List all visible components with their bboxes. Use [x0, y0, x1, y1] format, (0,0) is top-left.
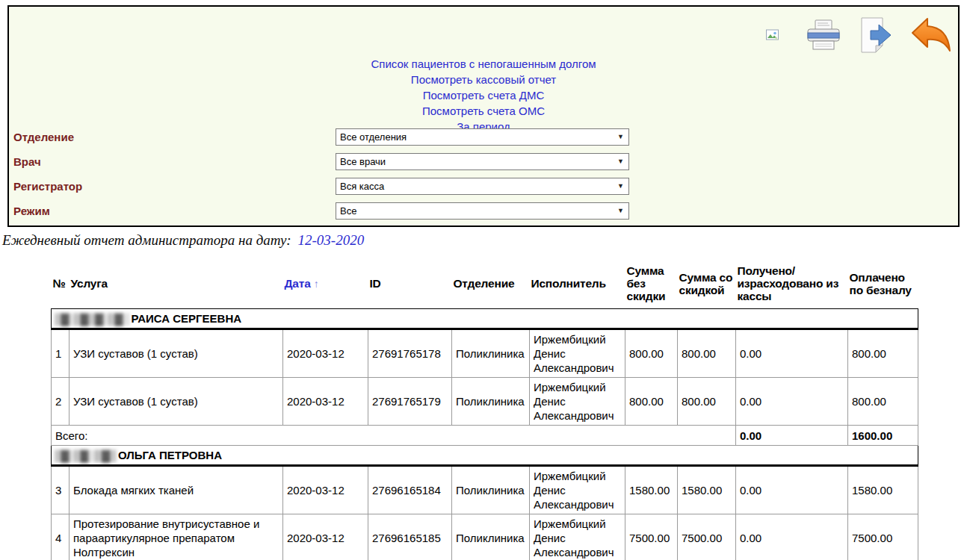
cell-cash: 0.00 — [736, 329, 848, 378]
export-image-icon[interactable] — [765, 28, 780, 42]
cell-sum-without-discount: 800.00 — [625, 378, 678, 426]
patient-group-row: ▒▓░▒▓ ▒▓░▒▓░ РАИСА СЕРГЕЕВНА — [52, 309, 918, 329]
export-document-icon[interactable] — [858, 17, 892, 53]
cell-num: 4 — [52, 514, 69, 560]
department-label: Отделение — [10, 131, 336, 143]
cell-cash: 0.00 — [736, 514, 848, 560]
quick-links: Список пациентов с непогашенным долгом П… — [9, 56, 958, 134]
cell-id: 27691765179 — [368, 378, 452, 426]
patient-name: РАИСА СЕРГЕЕВНА — [131, 312, 241, 325]
filters: Отделение Все отделения ▼ Врач Все врачи… — [10, 125, 957, 223]
cell-executor: Иржембицкий Денис Александрович — [530, 329, 625, 378]
registrar-select[interactable]: Вся касса ▼ — [336, 178, 629, 195]
cell-sum-without-discount: 1580.00 — [625, 466, 678, 514]
cell-sum-with-discount: 7500.00 — [678, 514, 736, 560]
print-icon[interactable] — [806, 19, 841, 51]
mode-label: Режим — [10, 205, 336, 217]
doctor-select-value: Все врачи — [340, 156, 386, 167]
cell-service: УЗИ суставов (1 сустав) — [69, 329, 283, 378]
col-header-date: Дата ↑ — [283, 263, 368, 309]
cell-id: 27696165184 — [368, 466, 452, 514]
cell-id: 27696165185 — [368, 514, 452, 560]
table-row: 2 УЗИ суставов (1 сустав) 2020-03-12 276… — [52, 378, 918, 426]
doctor-label: Врач — [10, 155, 336, 168]
chevron-down-icon: ▼ — [617, 183, 624, 190]
cell-id: 27691765178 — [368, 329, 452, 378]
registrar-select-value: Вся касса — [340, 181, 384, 192]
cell-cash: 0.00 — [736, 466, 848, 514]
registrar-label: Регистратор — [10, 180, 336, 193]
patient-name-redacted: ▒▓░▒▓ ░▒▓▒ — [55, 449, 115, 461]
sort-ascending-icon: ↑ — [314, 278, 319, 290]
col-header-paid-cashless: Оплачено по безналу — [848, 263, 918, 309]
cell-cashless: 800.00 — [848, 329, 918, 378]
back-icon[interactable] — [910, 16, 952, 54]
toolbar — [765, 14, 952, 56]
chevron-down-icon: ▼ — [617, 134, 624, 140]
total-cash: 0.00 — [736, 426, 848, 446]
col-header-id: ID — [368, 263, 452, 309]
total-label: Всего: — [52, 426, 736, 446]
chevron-down-icon: ▼ — [617, 208, 624, 214]
col-header-service: Услуга — [69, 263, 283, 309]
doctor-select[interactable]: Все врачи ▼ — [336, 153, 629, 170]
cell-service: УЗИ суставов (1 сустав) — [69, 378, 283, 426]
mode-select-value: Все — [340, 205, 356, 217]
col-header-cash-received: Получено/ израсходовано из кассы — [736, 263, 848, 309]
col-header-department: Отделение — [452, 263, 530, 309]
total-row: Всего: 0.00 1600.00 — [52, 426, 918, 446]
cell-department: Поликлиника — [452, 329, 530, 378]
table-row: 4 Протезирование внутрисуставное и параа… — [52, 514, 918, 560]
cell-date: 2020-03-12 — [283, 329, 368, 378]
link-dms-invoices[interactable]: Посмотреть счета ДМС — [9, 87, 958, 103]
link-debt-patients[interactable]: Список пациентов с непогашенным долгом — [9, 56, 958, 72]
chevron-down-icon: ▼ — [617, 158, 624, 165]
total-cashless: 1600.00 — [848, 426, 918, 446]
report-caption: Ежедневный отчет администратора на дату:… — [2, 232, 364, 249]
cell-sum-without-discount: 7500.00 — [625, 514, 678, 560]
cell-cashless: 7500.00 — [848, 514, 918, 560]
filter-row-registrar: Регистратор Вся касса ▼ — [10, 174, 957, 199]
patient-name-redacted: ▒▓░▒▓ ▒▓░▒▓░ — [55, 312, 128, 325]
filter-row-department: Отделение Все отделения ▼ — [10, 125, 957, 149]
patient-name: ОЛЬГА ПЕТРОВНА — [118, 449, 222, 461]
cell-cashless: 1580.00 — [848, 466, 918, 514]
cell-executor: Иржембицкий Денис Александрович — [530, 514, 625, 560]
mode-select[interactable]: Все ▼ — [336, 202, 629, 220]
report-table: № Услуга Дата ↑ ID Отделение Исполнитель… — [51, 263, 918, 560]
cell-num: 2 — [52, 378, 69, 426]
cell-department: Поликлиника — [452, 514, 530, 560]
link-cash-report[interactable]: Посмотреть кассовый отчет — [9, 72, 958, 87]
filter-row-mode: Режим Все ▼ — [10, 199, 957, 223]
department-select-value: Все отделения — [340, 131, 407, 143]
cell-cash: 0.00 — [736, 378, 848, 426]
cell-service: Протезирование внутрисуставное и параарт… — [69, 514, 283, 560]
col-header-sum-without-discount: Сумма без скидки — [625, 263, 678, 309]
report-date-link[interactable]: 12-03-2020 — [298, 232, 365, 248]
cell-num: 1 — [52, 329, 69, 378]
department-select[interactable]: Все отделения ▼ — [336, 128, 629, 146]
sort-by-date-link[interactable]: Дата — [285, 277, 311, 290]
col-header-num: № — [52, 263, 69, 309]
cell-sum-with-discount: 800.00 — [678, 378, 736, 426]
cell-num: 3 — [52, 466, 69, 514]
cell-date: 2020-03-12 — [283, 514, 368, 560]
col-header-sum-with-discount: Сумма со скидкой — [678, 263, 736, 309]
cell-department: Поликлиника — [452, 466, 530, 514]
filter-panel: Список пациентов с непогашенным долгом П… — [7, 5, 960, 227]
cell-sum-with-discount: 1580.00 — [678, 466, 736, 514]
filter-row-doctor: Врач Все врачи ▼ — [10, 149, 957, 174]
link-oms-invoices[interactable]: Посмотреть счета ОМС — [9, 103, 958, 119]
cell-sum-with-discount: 800.00 — [678, 329, 736, 378]
report-title: Ежедневный отчет администратора на дату: — [2, 232, 291, 248]
col-header-executor: Исполнитель — [530, 263, 625, 309]
cell-executor: Иржембицкий Денис Александрович — [530, 378, 625, 426]
cell-department: Поликлиника — [452, 378, 530, 426]
cell-cashless: 800.00 — [848, 378, 918, 426]
cell-date: 2020-03-12 — [283, 378, 368, 426]
header-row: № Услуга Дата ↑ ID Отделение Исполнитель… — [52, 263, 918, 309]
cell-service: Блокада мягких тканей — [69, 466, 283, 514]
cell-executor: Иржембицкий Денис Александрович — [530, 466, 625, 514]
patient-group-row: ▒▓░▒▓ ░▒▓▒ ОЛЬГА ПЕТРОВНА — [52, 446, 918, 466]
cell-sum-without-discount: 800.00 — [625, 329, 678, 378]
